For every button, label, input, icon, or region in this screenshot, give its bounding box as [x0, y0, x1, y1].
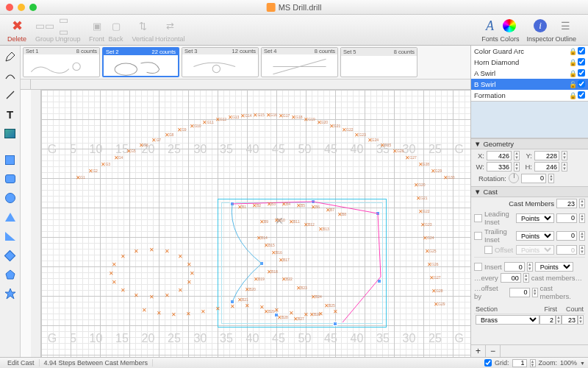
leading-units[interactable]: Points	[516, 213, 554, 223]
svg-point-3	[73, 63, 80, 70]
vertical-button[interactable]: ⇅ Vertical	[132, 17, 154, 43]
cast-members-input[interactable]	[556, 199, 577, 208]
delete-button[interactable]: ✖ Delete	[4, 17, 29, 43]
layer-list: Color Guard Arc🔒 Horn Diamond🔒 A Swirl🔒 …	[471, 46, 588, 102]
sets-strip: Set 18 counts Set 222 counts Set 312 cou…	[21, 46, 470, 79]
back-button[interactable]: ▢ Back	[107, 17, 125, 43]
edit-cast-status[interactable]: Edit Cast	[3, 359, 40, 367]
image-tool[interactable]	[2, 125, 18, 141]
zoom-window[interactable]	[29, 4, 37, 11]
curve-tool[interactable]	[2, 68, 18, 84]
cast-header[interactable]: ▼Cast	[471, 186, 588, 197]
main-toolbar: ✖ Delete ▭▭ Group ▭ ▭ Ungroup ▣ Front ▢ …	[0, 15, 588, 46]
remove-section-button[interactable]: −	[486, 345, 501, 357]
back-icon: ▢	[107, 17, 125, 35]
star-tool[interactable]	[2, 286, 18, 302]
section-row[interactable]: Brass ▲▼ ▲▼	[474, 314, 585, 325]
layer-row[interactable]: Horn Diamond🔒	[471, 57, 588, 68]
insert-checkbox[interactable]	[474, 263, 482, 271]
h-stepper[interactable]: ▲▼	[562, 162, 567, 171]
disclosure-icon: ▼	[474, 140, 481, 148]
leading-checkbox[interactable]	[474, 214, 482, 222]
window-title: MS Drill.drill	[267, 3, 322, 12]
layer-row[interactable]: B Swirl🔓	[471, 79, 588, 90]
x-input[interactable]	[487, 151, 512, 160]
colors-button[interactable]: Colors	[500, 17, 519, 43]
section-first[interactable]	[539, 315, 556, 325]
circle-tool[interactable]	[2, 190, 18, 206]
rotation-input[interactable]	[521, 174, 546, 183]
close-window[interactable]	[6, 4, 13, 11]
add-section-button[interactable]: +	[471, 345, 486, 357]
w-input[interactable]	[487, 162, 512, 171]
visible-checkbox[interactable]	[577, 58, 585, 67]
visible-checkbox[interactable]	[577, 69, 585, 78]
diamond-tool[interactable]	[2, 247, 18, 263]
section-select[interactable]: Brass	[476, 315, 539, 325]
line-tool[interactable]	[2, 87, 18, 103]
insert-value[interactable]	[504, 262, 525, 272]
w-stepper[interactable]: ▲▼	[514, 162, 520, 171]
trailing-units[interactable]: Points	[516, 231, 554, 241]
horizontal-button[interactable]: ⇄ Horizontal	[155, 17, 185, 43]
offset-checkbox[interactable]	[484, 246, 492, 254]
grid-value[interactable]	[512, 359, 527, 367]
inspector-icon: i	[531, 17, 549, 35]
visible-checkbox[interactable]	[577, 91, 585, 100]
grid-stepper[interactable]: ▲▼	[530, 359, 536, 367]
lock-icon[interactable]: 🔒	[569, 59, 577, 66]
offset-value[interactable]	[556, 245, 577, 255]
offset-units[interactable]: Points	[516, 245, 554, 255]
pen-tool[interactable]	[2, 49, 18, 65]
right-triangle-tool[interactable]	[2, 228, 18, 244]
pentagon-tool[interactable]	[2, 266, 18, 283]
layer-row[interactable]: A Swirl🔒	[471, 68, 588, 79]
leading-value[interactable]	[556, 213, 577, 223]
visible-checkbox[interactable]	[577, 80, 585, 89]
outline-button[interactable]: ☰ Outline	[555, 17, 576, 43]
set-card-3[interactable]: Set 312 counts	[182, 47, 259, 77]
set-card-2[interactable]: Set 222 counts	[102, 47, 179, 77]
set-card-1[interactable]: Set 18 counts	[23, 47, 100, 77]
h-input[interactable]	[534, 162, 559, 171]
grid-checkbox[interactable]	[484, 359, 492, 367]
drawing-canvas[interactable]: G51015202530354045504540353025G G5101520…	[41, 90, 470, 357]
trailing-value[interactable]	[556, 231, 577, 241]
front-button[interactable]: ▣ Front	[88, 17, 106, 43]
fonts-button[interactable]: A Fonts	[481, 17, 498, 43]
text-tool[interactable]: T	[2, 106, 18, 122]
insert-units[interactable]: Points	[535, 262, 573, 272]
rotation-stepper[interactable]: ▲▼	[548, 174, 554, 183]
status-bar: Edit Cast 4.94 Steps Between Cast Member…	[0, 357, 588, 368]
zoom-dropdown-icon[interactable]: ▼	[580, 361, 585, 366]
group-button[interactable]: ▭▭ Group	[35, 17, 54, 43]
set-card-5[interactable]: Set 58 counts	[340, 47, 417, 77]
visible-checkbox[interactable]	[577, 47, 585, 56]
ungroup-button[interactable]: ▭ ▭ Ungroup	[55, 17, 81, 43]
offset-by-value[interactable]	[509, 288, 530, 297]
y-input[interactable]	[534, 151, 559, 160]
trailing-checkbox[interactable]	[474, 232, 482, 240]
cast-members-stepper[interactable]: ▲▼	[579, 199, 585, 208]
y-stepper[interactable]: ▲▼	[562, 151, 567, 160]
every-value[interactable]	[501, 273, 521, 283]
minimize-window[interactable]	[18, 4, 25, 11]
rounded-rectangle-tool[interactable]	[2, 171, 18, 187]
section-count[interactable]	[562, 315, 578, 325]
layer-row[interactable]: Formation🔒	[471, 90, 588, 101]
canvas-area: G51015202530354045504540353025G G5101520…	[21, 79, 470, 357]
geometry-header[interactable]: ▼Geometry	[471, 138, 588, 149]
layer-row[interactable]: Color Guard Arc🔒	[471, 46, 588, 57]
inspector-button[interactable]: i Inspector	[526, 17, 553, 43]
lock-icon[interactable]: 🔓	[569, 81, 577, 88]
lock-icon[interactable]: 🔒	[569, 92, 577, 99]
rotation-dial[interactable]	[509, 173, 519, 183]
set-card-4[interactable]: Set 48 counts	[261, 47, 338, 77]
x-stepper[interactable]: ▲▼	[514, 151, 520, 160]
zoom-value[interactable]: 100%	[560, 359, 577, 367]
triangle-tool[interactable]	[2, 209, 18, 225]
lock-icon[interactable]: 🔒	[569, 48, 577, 55]
delete-icon: ✖	[8, 17, 26, 35]
lock-icon[interactable]: 🔒	[569, 70, 577, 77]
rectangle-tool[interactable]	[2, 152, 18, 168]
